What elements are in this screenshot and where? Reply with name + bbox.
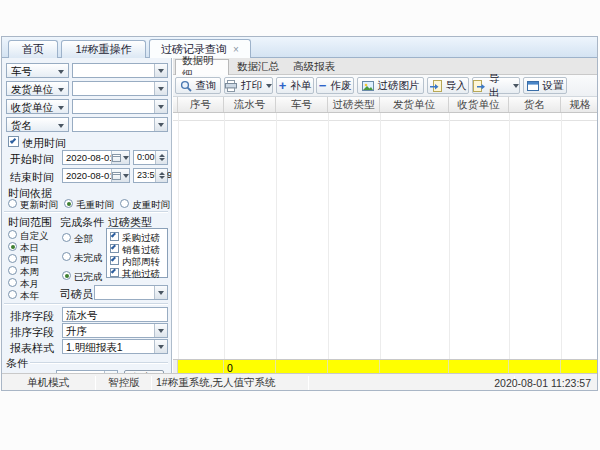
void-order-button[interactable]: − 作废 [316,77,354,94]
calendar-icon [111,151,129,164]
weigher-label: 司磅员 [60,287,93,302]
purchase-weigh-checkbox[interactable] [110,232,119,241]
empty-row [173,113,598,121]
column-header-flow-no[interactable]: 流水号 [224,97,276,112]
sort-field-input[interactable]: 流水号 [62,307,168,322]
spinner-icon [155,169,167,182]
status-mode: 单机模式 [2,376,94,390]
data-tab-strip: 数据明细 数据汇总 高级报表 [173,58,598,75]
column-header-weigh-type[interactable]: 过磅类型 [328,97,380,112]
end-date-editor[interactable]: 2020-08-01 [62,168,130,183]
data-panel: 数据明细 数据汇总 高级报表 查询 打印 + 补单 − 作废 [173,58,598,373]
spinner-icon [155,151,167,164]
start-time-spinner[interactable]: 0:00:00 [133,150,168,165]
report-style-label: 报表样式 [10,341,54,356]
goods-field-selector[interactable]: 货名 [6,117,69,132]
column-header-receiver[interactable]: 收货单位 [449,97,509,112]
status-datetime: 2020-08-01 11:23:57 [494,376,591,390]
supplement-order-button[interactable]: + 补单 [276,77,314,94]
column-header-vehicle[interactable]: 车号 [276,97,328,112]
radio-this-week[interactable] [8,266,17,275]
time-range-label: 时间范围 [8,215,52,230]
chevron-down-icon [58,124,64,128]
radio-tare-time[interactable] [120,199,129,208]
weighing-app-window: 首页 1#称重操作 过磅记录查询 × 车号 发货单位 收货单位 货名 使用时间 … [1,36,598,391]
sender-value-combo[interactable] [72,81,168,96]
tab-advanced-report[interactable]: 高级报表 [287,59,341,75]
chevron-down-icon [513,84,519,88]
filter-panel: 车号 发货单位 收货单位 货名 使用时间 开始时间 2020-08-01 0:0… [2,58,172,373]
radio-custom-range[interactable] [8,230,17,239]
settings-window-icon [527,80,539,92]
printer-icon [225,80,237,92]
chevron-down-icon [154,82,167,95]
chevron-down-icon [154,118,167,131]
radio-incomplete[interactable] [62,252,71,261]
calendar-icon [111,169,129,182]
chevron-down-icon [154,324,167,337]
chevron-down-icon [154,286,167,299]
sender-field-selector[interactable]: 发货单位 [6,81,69,96]
column-header-spec[interactable]: 规格 [561,97,598,112]
radio-update-time[interactable] [8,199,17,208]
radio-all[interactable] [62,233,71,242]
start-time-label: 开始时间 [10,152,54,167]
condition-group-label: 条件 [6,356,28,371]
sort-order-combo[interactable]: 升序 [62,323,168,338]
weigh-type-listbox: 采购过磅 销售过磅 内部周转 其他过磅 [106,228,168,278]
status-edition: 智控版 [98,376,150,390]
print-button[interactable]: 打印 [224,77,273,94]
grid-toolbar: 查询 打印 + 补单 − 作废 过磅图片 导入 [173,75,598,97]
status-system-name: 1#称重系统,无人值守系统 [156,376,276,390]
main-tab-bar: 首页 1#称重操作 过磅记录查询 × [2,37,597,58]
column-header-seq[interactable]: 序号 [178,97,224,112]
plus-icon: + [279,81,287,91]
grid-body[interactable] [173,113,598,359]
use-time-checkbox[interactable] [8,136,19,147]
close-tab-icon[interactable]: × [233,44,239,55]
use-time-label: 使用时间 [22,136,66,151]
complete-status-label: 完成条件 [60,215,104,230]
chevron-down-icon [154,64,167,77]
status-bar: 单机模式 智控版 1#称重系统,无人值守系统 2020-08-01 11:23:… [2,373,597,391]
column-header-goods[interactable]: 货名 [509,97,561,112]
vehicle-field-selector[interactable]: 车号 [6,63,69,78]
chevron-down-icon [58,70,64,74]
radio-this-month[interactable] [8,278,17,287]
goods-value-combo[interactable] [72,117,168,132]
chevron-down-icon [154,100,167,113]
start-date-editor[interactable]: 2020-08-01 [62,150,130,165]
chevron-down-icon [154,340,167,353]
receiver-field-selector[interactable]: 收货单位 [6,99,69,114]
chevron-down-icon [266,84,272,88]
receiver-value-combo[interactable] [72,99,168,114]
weigher-combo[interactable] [94,285,168,300]
summary-row: 0 [173,359,598,374]
export-icon [473,80,485,92]
radio-two-days[interactable] [8,254,17,263]
report-style-combo[interactable]: 1.明细报表1 [62,339,168,354]
chevron-down-icon [58,106,64,110]
radio-this-year[interactable] [8,290,17,299]
radio-today[interactable] [8,242,17,251]
tab-weigh-operation[interactable]: 1#称重操作 [61,40,146,58]
sales-weigh-checkbox[interactable] [110,244,119,253]
other-weigh-checkbox[interactable] [110,268,119,277]
end-time-spinner[interactable]: 23:59:59 [133,168,168,183]
settings-button[interactable]: 设置 [523,77,567,94]
photo-icon [362,80,374,92]
query-button[interactable]: 查询 [175,77,221,94]
radio-gross-time[interactable] [64,199,73,208]
weigh-photo-button[interactable]: 过磅图片 [357,77,424,94]
import-button[interactable]: 导入 [427,77,469,94]
tab-home[interactable]: 首页 [8,40,58,58]
tab-data-detail[interactable]: 数据明细 [175,59,229,75]
import-icon [430,80,442,92]
tab-data-summary[interactable]: 数据汇总 [231,59,285,75]
internal-transfer-checkbox[interactable] [110,256,119,265]
column-header-sender[interactable]: 发货单位 [380,97,449,112]
radio-completed[interactable] [62,271,71,280]
end-time-label: 结束时间 [10,170,54,185]
vehicle-value-combo[interactable] [72,63,168,78]
export-button[interactable]: 导出 [472,77,520,94]
